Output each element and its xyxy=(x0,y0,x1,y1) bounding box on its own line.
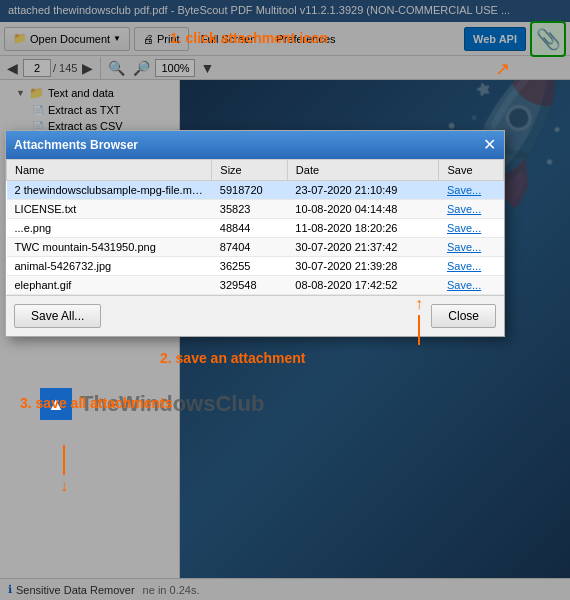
save-link[interactable]: Save... xyxy=(447,222,481,234)
save-link[interactable]: Save... xyxy=(447,203,481,215)
col-header-name: Name xyxy=(7,160,212,181)
cell-save: Save... xyxy=(439,257,504,276)
col-header-date: Date xyxy=(287,160,439,181)
close-label: Close xyxy=(448,309,479,323)
dialog-title: Attachments Browser xyxy=(14,138,138,152)
cell-filename: animal-5426732.jpg xyxy=(7,257,212,276)
cell-filename: TWC mountain-5431950.png xyxy=(7,238,212,257)
cell-size: 87404 xyxy=(212,238,288,257)
table-row: elephant.gif 329548 08-08-2020 17:42:52 … xyxy=(7,276,504,295)
save-link[interactable]: Save... xyxy=(447,279,481,291)
cell-filename: LICENSE.txt xyxy=(7,200,212,219)
cell-date: 10-08-2020 04:14:48 xyxy=(287,200,439,219)
col-header-save: Save xyxy=(439,160,504,181)
dialog-close-button[interactable]: ✕ xyxy=(483,137,496,153)
cell-size: 48844 xyxy=(212,219,288,238)
save-all-label: Save All... xyxy=(31,309,84,323)
save-link[interactable]: Save... xyxy=(447,260,481,272)
cell-size: 35823 xyxy=(212,200,288,219)
table-row: animal-5426732.jpg 36255 30-07-2020 21:3… xyxy=(7,257,504,276)
table-row: ...e.png 48844 11-08-2020 18:20:26 Save.… xyxy=(7,219,504,238)
cell-date: 11-08-2020 18:20:26 xyxy=(287,219,439,238)
table-row: LICENSE.txt 35823 10-08-2020 04:14:48 Sa… xyxy=(7,200,504,219)
cell-save: Save... xyxy=(439,276,504,295)
attachments-table-container: Name Size Date Save 2 thewindowsclubsamp… xyxy=(6,159,504,295)
cell-size: 36255 xyxy=(212,257,288,276)
close-dialog-button[interactable]: Close xyxy=(431,304,496,328)
dialog-title-bar: Attachments Browser ✕ xyxy=(6,131,504,159)
cell-filename: ...e.png xyxy=(7,219,212,238)
cell-date: 08-08-2020 17:42:52 xyxy=(287,276,439,295)
cell-save: Save... xyxy=(439,200,504,219)
attachments-table: Name Size Date Save 2 thewindowsclubsamp… xyxy=(6,159,504,295)
cell-size: 5918720 xyxy=(212,181,288,200)
col-header-size: Size xyxy=(212,160,288,181)
table-row: TWC mountain-5431950.png 87404 30-07-202… xyxy=(7,238,504,257)
table-row: 2 thewindowsclubsample-mpg-file.mp... 59… xyxy=(7,181,504,200)
cell-save: Save... xyxy=(439,181,504,200)
cell-save: Save... xyxy=(439,219,504,238)
save-link[interactable]: Save... xyxy=(447,184,481,196)
cell-date: 30-07-2020 21:39:28 xyxy=(287,257,439,276)
save-all-button[interactable]: Save All... xyxy=(14,304,101,328)
cell-size: 329548 xyxy=(212,276,288,295)
cell-filename: 2 thewindowsclubsample-mpg-file.mp... xyxy=(7,181,212,200)
save-link[interactable]: Save... xyxy=(447,241,481,253)
cell-date: 30-07-2020 21:37:42 xyxy=(287,238,439,257)
cell-save: Save... xyxy=(439,238,504,257)
attachments-dialog: Attachments Browser ✕ Name Size Date Sav… xyxy=(5,130,505,337)
dialog-footer: Save All... Close xyxy=(6,295,504,336)
cell-filename: elephant.gif xyxy=(7,276,212,295)
cell-date: 23-07-2020 21:10:49 xyxy=(287,181,439,200)
